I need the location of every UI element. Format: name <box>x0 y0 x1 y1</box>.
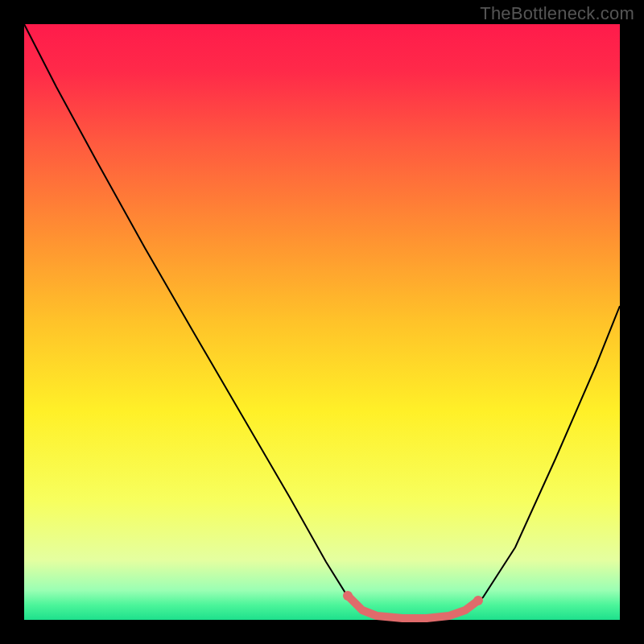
bottleneck-chart <box>0 0 644 644</box>
highlight-dot <box>343 591 353 601</box>
watermark-text: TheBottleneck.com <box>480 3 634 24</box>
chart-stage: TheBottleneck.com <box>0 0 644 644</box>
plot-background <box>24 24 620 620</box>
highlight-dot <box>473 596 483 605</box>
